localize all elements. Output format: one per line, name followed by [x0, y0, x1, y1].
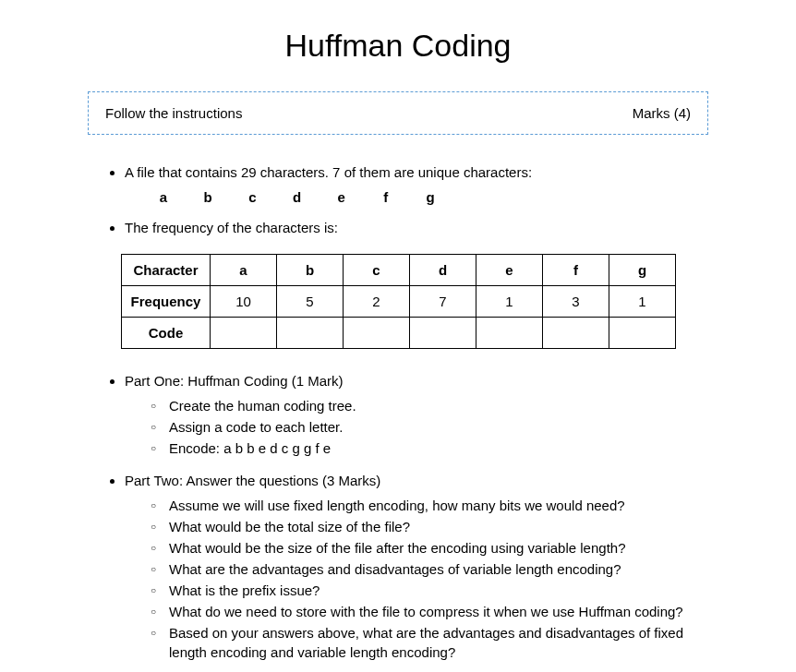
cell-code-d — [410, 318, 476, 349]
part-two-item-3: What would be the size of the file after… — [151, 538, 708, 558]
intro-line-2: The frequency of the characters is: — [125, 218, 708, 237]
cell-code-g — [609, 318, 676, 349]
part-one-items: Create the human coding tree. Assign a c… — [88, 396, 708, 458]
cell-freq-f: 3 — [543, 286, 609, 318]
part-two-heading: Part Two: Answer the questions (3 Marks) — [125, 471, 708, 490]
cell-char-b: b — [277, 255, 344, 286]
cell-char-f: f — [543, 255, 609, 286]
char-b: b — [187, 189, 228, 205]
instruction-text: Follow the instructions — [105, 105, 242, 121]
part-two-item-6: What do we need to store with the file t… — [151, 602, 708, 621]
cell-char-e: e — [476, 255, 543, 286]
marks-label: Marks (4) — [633, 105, 691, 121]
char-a: a — [143, 189, 184, 205]
cell-char-c: c — [344, 255, 410, 286]
character-row: a b c d e f g — [88, 189, 708, 205]
row-label-character: Character — [122, 255, 211, 286]
part-two-item-1: Assume we will use fixed length encoding… — [151, 496, 708, 515]
instruction-box: Follow the instructions Marks (4) — [88, 91, 708, 135]
cell-char-a: a — [211, 255, 277, 286]
part-one-item-3: Encode: a b b e d c g g f e — [151, 438, 708, 458]
cell-freq-g: 1 — [609, 286, 676, 318]
table-row-frequency: Frequency 10 5 2 7 1 3 1 — [122, 286, 676, 318]
cell-freq-d: 7 — [410, 286, 476, 318]
part-one-heading: Part One: Huffman Coding (1 Mark) — [125, 371, 708, 390]
cell-code-f — [543, 318, 609, 349]
main-list-2: The frequency of the characters is: — [88, 218, 708, 237]
frequency-table: Character a b c d e f g Frequency 10 5 2… — [121, 254, 676, 349]
part-one-item-1: Create the human coding tree. — [151, 396, 708, 415]
char-e: e — [321, 189, 362, 205]
char-d: d — [277, 189, 318, 205]
cell-freq-c: 2 — [344, 286, 410, 318]
cell-char-g: g — [609, 255, 676, 286]
table-row-character: Character a b c d e f g — [122, 255, 676, 286]
part-two-items: Assume we will use fixed length encoding… — [88, 496, 708, 662]
cell-code-c — [344, 318, 410, 349]
part-two-item-2: What would be the total size of the file… — [151, 517, 708, 536]
cell-code-b — [277, 318, 344, 349]
cell-char-d: d — [410, 255, 476, 286]
document-page: Huffman Coding Follow the instructions M… — [0, 0, 796, 672]
cell-code-a — [211, 318, 277, 349]
row-label-code: Code — [122, 318, 211, 349]
part-two-item-5: What is the prefix issue? — [151, 581, 708, 600]
cell-freq-a: 10 — [211, 286, 277, 318]
part-two-item-4: What are the advantages and disadvantage… — [151, 559, 708, 579]
intro-line-1: A file that contains 29 characters. 7 of… — [125, 162, 708, 182]
part-two-list: Part Two: Answer the questions (3 Marks) — [88, 471, 708, 490]
cell-code-e — [476, 318, 543, 349]
part-one-item-2: Assign a code to each letter. — [151, 417, 708, 437]
part-two-item-7: Based on your answers above, what are th… — [151, 623, 708, 662]
page-title: Huffman Coding — [88, 28, 708, 64]
part-one-list: Part One: Huffman Coding (1 Mark) — [88, 371, 708, 390]
cell-freq-b: 5 — [277, 286, 344, 318]
cell-freq-e: 1 — [476, 286, 543, 318]
char-c: c — [232, 189, 272, 205]
char-g: g — [410, 189, 451, 205]
char-f: f — [366, 189, 406, 205]
table-row-code: Code — [122, 318, 676, 349]
main-list: A file that contains 29 characters. 7 of… — [88, 162, 708, 182]
row-label-frequency: Frequency — [122, 286, 211, 318]
